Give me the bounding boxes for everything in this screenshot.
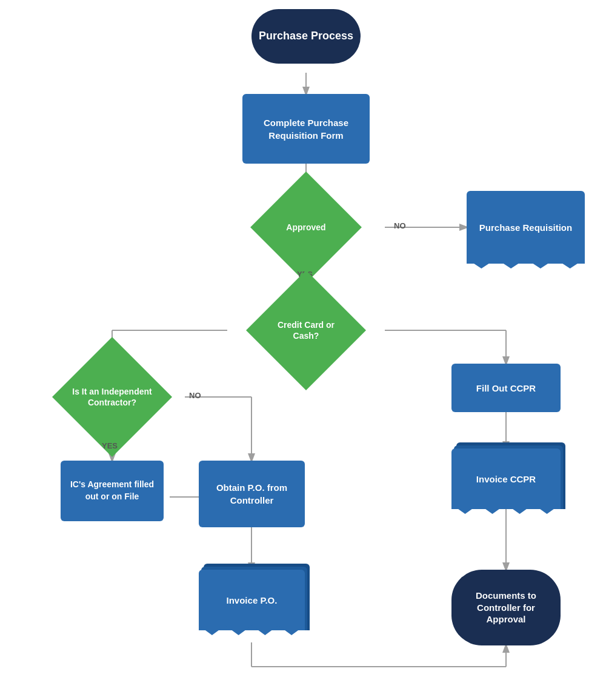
invoice-po-label: Invoice P.O. — [227, 594, 278, 607]
obtain-po-node: Obtain P.O. from Controller — [199, 461, 305, 527]
step1-node: Complete Purchase Requisition Form — [242, 94, 370, 164]
no-label-approved: NO — [394, 221, 406, 230]
credit-card-label: Credit Card or Cash? — [264, 288, 348, 373]
invoice-po-node: Invoice P.O. — [199, 570, 305, 630]
fill-ccpr-node: Fill Out CCPR — [451, 364, 561, 412]
flowchart: Purchase Process Complete Purchase Requi… — [0, 0, 606, 700]
approved-label: Approved — [267, 188, 345, 267]
invoice-ccpr-node: Invoice CCPR — [451, 448, 561, 509]
yes-label-independent: YES — [102, 441, 118, 450]
independent-diamond: Is It an Independent Contractor? — [52, 337, 172, 457]
purchase-req-node: Purchase Requisition — [467, 191, 585, 264]
fill-ccpr-label: Fill Out CCPR — [476, 382, 536, 395]
obtain-po-label: Obtain P.O. from Controller — [205, 481, 299, 507]
docs-controller-node: Documents to Controller for Approval — [451, 570, 561, 645]
step1-label: Complete Purchase Requisition Form — [250, 116, 362, 142]
ic-agreement-label: IC's Agreement filled out or on File — [67, 479, 158, 502]
start-node: Purchase Process — [251, 9, 361, 64]
invoice-ccpr-label: Invoice CCPR — [476, 473, 536, 485]
approved-diamond: Approved — [250, 172, 362, 283]
independent-label: Is It an Independent Contractor? — [70, 355, 155, 439]
credit-card-diamond: Credit Card or Cash? — [246, 270, 366, 390]
no-label-independent: NO — [189, 391, 201, 400]
purchase-req-label: Purchase Requisition — [479, 221, 572, 234]
docs-controller-label: Documents to Controller for Approval — [460, 590, 552, 625]
start-label: Purchase Process — [259, 29, 353, 43]
ic-agreement-node: IC's Agreement filled out or on File — [61, 461, 164, 521]
